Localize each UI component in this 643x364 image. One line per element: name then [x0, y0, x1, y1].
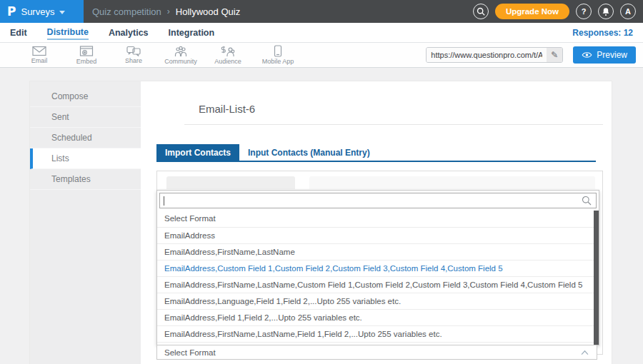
sidebar-item-sent[interactable]: Sent	[30, 107, 141, 128]
toolbar-item-label: Mobile App	[262, 58, 294, 65]
chevron-up-icon	[580, 350, 589, 355]
toolbar-item-mobile-app[interactable]: Mobile App	[251, 45, 304, 65]
survey-nav: Edit Distribute Analytics Integration Re…	[0, 23, 643, 43]
survey-url-input[interactable]	[427, 48, 547, 62]
survey-url-field: ✎	[426, 47, 563, 63]
toolbar-item-label: Embed	[76, 58, 97, 65]
toolbar-item-email[interactable]: Email	[16, 46, 63, 64]
responses-count[interactable]: Responses: 12	[572, 28, 633, 38]
preview-label: Preview	[597, 50, 627, 60]
sidebar-item-scheduled[interactable]: Scheduled	[30, 128, 141, 148]
select-format-control[interactable]: Select Format	[156, 345, 597, 360]
format-option[interactable]: EmailAddress	[157, 227, 599, 243]
avatar-initial: A	[625, 7, 631, 16]
pencil-icon: ✎	[551, 50, 558, 60]
nav-tab-integration[interactable]: Integration	[169, 26, 215, 39]
search-icon	[582, 196, 592, 206]
top-bar-actions: Upgrade Now ? A	[473, 4, 643, 19]
top-bar: P Surveys Quiz competition › Hollywood Q…	[0, 0, 643, 23]
sidebar-item-templates[interactable]: Templates	[30, 169, 141, 190]
format-option[interactable]: EmailAddress,FirstName,LastName,Field 1,…	[157, 325, 599, 342]
email-sidebar: Compose Sent Scheduled Lists Templates	[30, 81, 141, 364]
breadcrumb-separator: ›	[167, 6, 170, 16]
sidebar-item-compose[interactable]: Compose	[30, 86, 141, 107]
format-option[interactable]: Select Format	[157, 211, 599, 227]
edit-url-button[interactable]: ✎	[547, 48, 562, 62]
preview-button[interactable]: Preview	[573, 46, 636, 64]
community-icon	[174, 46, 188, 57]
scrollbar-thumb[interactable]	[594, 211, 599, 345]
select-format-value: Select Format	[157, 348, 580, 357]
dropdown-search-input[interactable]	[164, 196, 582, 205]
search-button[interactable]	[473, 4, 489, 19]
toolbar-right: ✎ Preview	[426, 46, 636, 64]
app-window: P Surveys Quiz competition › Hollywood Q…	[0, 0, 643, 364]
mobile-app-icon	[274, 45, 282, 57]
format-dropdown-panel: Select Format EmailAddress EmailAddress,…	[156, 190, 599, 345]
lists-card: Compose Sent Scheduled Lists Templates E…	[29, 81, 612, 364]
format-option[interactable]: EmailAddress,Field 1,Field 2,...Upto 255…	[157, 309, 599, 325]
format-option-highlighted[interactable]: EmailAddress,Custom Field 1,Custom Field…	[157, 260, 599, 276]
nav-tab-distribute[interactable]: Distribute	[47, 26, 89, 40]
list-header: Email-List-6	[184, 81, 603, 125]
question-mark-icon: ?	[582, 7, 587, 16]
search-icon	[477, 7, 485, 16]
nav-tab-analytics[interactable]: Analytics	[109, 26, 149, 39]
tab-input-contacts-manual[interactable]: Input Contacts (Manual Entry)	[239, 144, 379, 161]
page-body: Compose Sent Scheduled Lists Templates E…	[0, 69, 643, 364]
toolbar-item-embed[interactable]: Embed	[63, 46, 110, 65]
import-subtab-right[interactable]	[309, 176, 595, 189]
toolbar-item-label: Community	[164, 58, 197, 65]
toolbar-item-community[interactable]: Community	[157, 46, 204, 65]
surveys-product-menu[interactable]: P Surveys	[0, 0, 84, 23]
toolbar-item-label: Audience	[214, 58, 241, 65]
account-avatar[interactable]: A	[620, 4, 636, 19]
page-title: Email-List-6	[184, 103, 603, 124]
format-options-list: Select Format EmailAddress EmailAddress,…	[157, 211, 599, 345]
toolbar-item-audience[interactable]: Audience	[204, 46, 251, 65]
product-name: Surveys	[21, 6, 54, 17]
format-option[interactable]: EmailAddress,FirstName,LastName,Custom F…	[157, 276, 599, 293]
breadcrumb-current: Hollywood Quiz	[176, 6, 240, 17]
eye-icon	[582, 51, 592, 59]
format-option[interactable]: EmailAddress,Language,Field 1,Field 2,..…	[157, 293, 599, 309]
tab-import-contacts[interactable]: Import Contacts	[156, 144, 239, 161]
sidebar-item-lists[interactable]: Lists	[30, 148, 141, 169]
upgrade-now-button[interactable]: Upgrade Now	[495, 4, 569, 19]
questionpro-logo: P	[7, 4, 16, 19]
audience-icon	[221, 46, 235, 57]
format-option[interactable]: EmailAddress,FirstName,LastName	[157, 243, 599, 260]
bell-icon	[602, 7, 610, 16]
toolbar-item-share[interactable]: Share	[110, 46, 157, 64]
contacts-tab-bar: Import Contacts Input Contacts (Manual E…	[156, 144, 596, 162]
breadcrumb: Quiz competition › Hollywood Quiz	[92, 6, 240, 17]
chevron-down-icon	[59, 11, 65, 14]
breadcrumb-parent[interactable]: Quiz competition	[92, 6, 161, 17]
list-detail-content: Email-List-6 Import Contacts Input Conta…	[141, 81, 612, 364]
import-subtab-left[interactable]	[166, 176, 295, 189]
distribute-toolbar: Email Embed Share Community Audience Mob…	[0, 43, 643, 68]
embed-icon	[79, 46, 94, 57]
dropdown-search-box	[159, 193, 597, 208]
help-button[interactable]: ?	[576, 4, 592, 19]
toolbar-item-label: Email	[31, 57, 48, 64]
email-icon	[32, 46, 46, 56]
toolbar-item-label: Share	[125, 57, 142, 64]
notifications-button[interactable]	[598, 4, 614, 19]
nav-tab-edit[interactable]: Edit	[10, 26, 27, 39]
share-icon	[126, 46, 141, 56]
